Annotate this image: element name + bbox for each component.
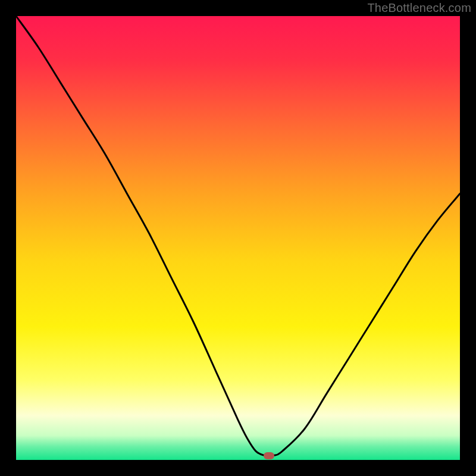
plot-area <box>16 16 460 460</box>
optimum-marker <box>264 452 274 459</box>
chart-frame: TheBottleneck.com <box>0 0 476 476</box>
watermark-text: TheBottleneck.com <box>367 1 471 15</box>
bottleneck-curve <box>16 16 460 460</box>
